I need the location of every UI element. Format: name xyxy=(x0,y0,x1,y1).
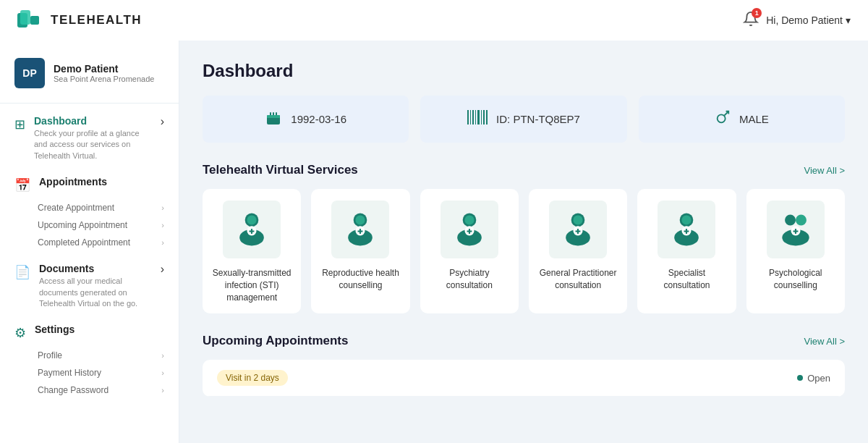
user-info: Demo Patient Sea Point Arena Promenade xyxy=(54,63,154,83)
sidebar-subitem-payment[interactable]: Payment History › xyxy=(38,364,164,381)
svg-rect-7 xyxy=(267,115,280,118)
info-cards: 1992-03-16 ID: PTN-TQ8EP7 xyxy=(203,96,845,143)
sidebar-item-settings[interactable]: ⚙ Settings xyxy=(0,318,179,347)
appointments-section-title: Upcoming Appointments xyxy=(203,334,348,348)
services-section-header: Telehealth Virtual Services View All > xyxy=(203,163,845,177)
appointments-view-all[interactable]: View All > xyxy=(804,336,846,347)
sidebar-subitem-upcoming-appt[interactable]: Upcoming Appointment › xyxy=(38,216,164,234)
settings-icon: ⚙ xyxy=(14,325,26,341)
avatar: DP xyxy=(14,58,45,88)
psychiatry-doctor-icon: ✚ xyxy=(449,209,490,250)
info-card-dob: 1992-03-16 xyxy=(203,96,409,143)
psychological-doctor-icon: ✚ xyxy=(775,209,816,250)
sidebar-documents-label: Documents xyxy=(39,263,152,274)
user-location: Sea Point Arena Promenade xyxy=(54,75,154,83)
service-card-reproductive[interactable]: ✚ Reproductive health counselling xyxy=(311,189,409,313)
chevron-right-icon: › xyxy=(161,221,164,229)
gender-icon xyxy=(715,109,731,129)
appointment-badge: Visit in 2 days xyxy=(217,370,288,386)
info-card-gender: MALE xyxy=(639,96,845,143)
appointment-row: Visit in 2 days Open xyxy=(203,360,845,397)
chevron-right-icon: › xyxy=(161,368,164,377)
chevron-right-icon: › xyxy=(161,238,164,247)
appointment-status: Open xyxy=(797,373,830,384)
sidebar-subitem-profile[interactable]: Profile › xyxy=(38,347,164,364)
service-card-gp[interactable]: ✚ General Practitioner consultation xyxy=(529,189,627,313)
upcoming-appointment-label: Upcoming Appointment xyxy=(38,220,127,230)
svg-rect-8 xyxy=(467,110,469,125)
chevron-right-icon: › xyxy=(161,115,164,128)
appointments-section-header: Upcoming Appointments View All > xyxy=(203,334,845,348)
specialist-icon-wrap: ✚ xyxy=(658,201,715,258)
sidebar-subitem-completed-appt[interactable]: Completed Appointment › xyxy=(38,234,164,251)
notification-badge: 1 xyxy=(752,8,762,18)
patient-id-value: ID: PTN-TQ8EP7 xyxy=(496,113,580,125)
psychiatry-icon-wrap: ✚ xyxy=(441,201,498,258)
main-layout: DP Demo Patient Sea Point Arena Promenad… xyxy=(0,41,868,443)
profile-label: Profile xyxy=(38,350,62,360)
gp-doctor-icon: ✚ xyxy=(558,209,598,250)
user-profile: DP Demo Patient Sea Point Arena Promenad… xyxy=(0,52,179,103)
sidebar-item-appointments[interactable]: 📅 Appointments xyxy=(0,170,179,199)
chevron-down-icon: ▾ xyxy=(846,14,851,26)
user-menu[interactable]: Hi, Demo Patient ▾ xyxy=(766,14,851,26)
svg-rect-1 xyxy=(20,10,30,25)
service-card-sti[interactable]: ✚ Sexually-transmitted infection (STI) m… xyxy=(203,189,301,313)
status-dot-open xyxy=(797,375,803,381)
svg-rect-2 xyxy=(30,16,39,25)
svg-rect-14 xyxy=(483,110,485,125)
sidebar-item-dashboard[interactable]: ⊞ Dashboard Check your profile at a glan… xyxy=(0,109,179,167)
svg-point-22 xyxy=(247,215,257,224)
sidebar: DP Demo Patient Sea Point Arena Promenad… xyxy=(0,41,179,443)
sidebar-subitem-create-appt[interactable]: Create Appointment › xyxy=(38,199,164,216)
specialist-service-label: Specialist consultation xyxy=(646,267,727,292)
svg-text:✚: ✚ xyxy=(249,228,255,235)
sidebar-subitem-password[interactable]: Change Password › xyxy=(38,381,164,399)
reproductive-service-label: Reproductive health counselling xyxy=(320,267,401,292)
dob-value: 1992-03-16 xyxy=(291,113,346,125)
psychiatry-service-label: Psychiatry consultation xyxy=(429,267,510,292)
sti-icon-wrap: ✚ xyxy=(223,201,281,258)
notification-bell[interactable]: 1 xyxy=(743,11,759,30)
service-card-psychological[interactable]: ✚ Psychological counselling xyxy=(746,189,845,313)
svg-point-32 xyxy=(464,215,474,224)
svg-rect-9 xyxy=(470,110,471,125)
sidebar-settings-label: Settings xyxy=(35,324,75,335)
chevron-right-icon: › xyxy=(161,386,164,395)
dashboard-icon: ⊞ xyxy=(14,117,25,132)
psychological-service-label: Psychological counselling xyxy=(755,267,836,292)
svg-text:✚: ✚ xyxy=(467,228,472,235)
gp-icon-wrap: ✚ xyxy=(549,201,607,258)
info-card-id: ID: PTN-TQ8EP7 xyxy=(420,96,626,143)
barcode-icon xyxy=(467,110,488,128)
services-grid: ✚ Sexually-transmitted infection (STI) m… xyxy=(203,189,845,313)
psychological-icon-wrap: ✚ xyxy=(767,201,825,258)
services-view-all[interactable]: View All > xyxy=(804,165,846,176)
svg-rect-10 xyxy=(472,110,474,125)
sidebar-item-documents[interactable]: 📄 Documents Access all your medical docu… xyxy=(0,257,179,315)
svg-rect-11 xyxy=(475,110,476,125)
user-greeting: Hi, Demo Patient xyxy=(766,14,843,26)
change-password-label: Change Password xyxy=(38,385,109,395)
service-card-specialist[interactable]: ✚ Specialist consultation xyxy=(637,189,736,313)
svg-rect-13 xyxy=(481,110,482,125)
appointments-sub-items: Create Appointment › Upcoming Appointmen… xyxy=(0,199,179,254)
sidebar-section-documents: 📄 Documents Access all your medical docu… xyxy=(0,257,179,315)
reproductive-icon-wrap: ✚ xyxy=(331,201,389,258)
create-appointment-label: Create Appointment xyxy=(38,203,114,213)
svg-rect-12 xyxy=(477,110,480,125)
sti-doctor-icon: ✚ xyxy=(231,209,272,250)
sidebar-section-dashboard: ⊞ Dashboard Check your profile at a glan… xyxy=(0,109,179,167)
chevron-right-icon: › xyxy=(161,263,164,276)
documents-icon: 📄 xyxy=(14,264,30,280)
gender-value: MALE xyxy=(739,113,769,125)
sidebar-divider xyxy=(0,103,179,104)
sidebar-section-settings: ⚙ Settings Profile › Payment History › C… xyxy=(0,318,179,402)
logo-area: TELEHEALTH xyxy=(17,10,142,30)
service-card-psychiatry[interactable]: ✚ Psychiatry consultation xyxy=(420,189,519,313)
svg-text:✚: ✚ xyxy=(684,228,690,235)
header-right: 1 Hi, Demo Patient ▾ xyxy=(743,11,851,30)
app-name: TELEHEALTH xyxy=(51,13,142,28)
svg-text:✚: ✚ xyxy=(793,228,799,235)
sidebar-section-appointments: 📅 Appointments Create Appointment › Upco… xyxy=(0,170,179,254)
